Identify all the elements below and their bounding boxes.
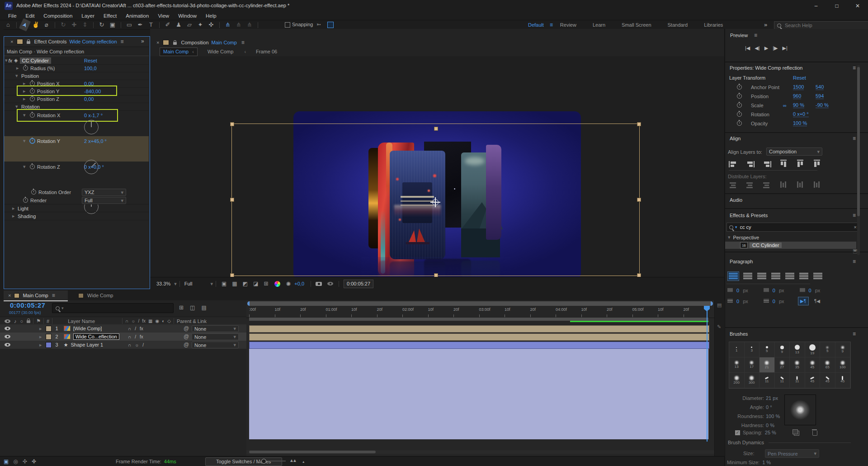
brush-swatch[interactable]: 11 [790,373,805,388]
pan-behind-tool-icon[interactable]: ▣ [107,21,118,29]
timeline-zoom-knob[interactable] [261,459,266,464]
number-column-label[interactable]: # [47,319,49,324]
rotation-x-dial[interactable] [84,120,99,134]
property-value[interactable]: 0 x+0 ° [793,111,809,117]
brush-swatch[interactable]: 21 [760,357,775,373]
space-after-value[interactable]: 0 [773,299,775,304]
clone-stamp-tool-icon[interactable]: ♟ [173,21,184,29]
resolution-value[interactable]: Full [184,281,193,286]
lock-icon[interactable] [27,41,30,44]
exposure-icon[interactable]: ✺ [286,281,291,287]
layer-name[interactable]: Wide Co...eflection [73,333,119,340]
effects-search-input[interactable] [739,224,840,230]
effect-row-rotation-z[interactable]: ▾ Rotation Z 0 x+0,0 ° [4,163,149,171]
layer-visibility-eye-icon[interactable] [5,327,10,330]
brush-tool-icon[interactable]: ✐ [162,21,173,29]
stopwatch-icon[interactable] [737,121,742,126]
align-right-text-icon[interactable] [756,272,767,281]
brush-swatch[interactable]: 100 [835,357,851,373]
preview-panel-title[interactable]: Preview [730,33,748,38]
layer-switch-icon[interactable]: / [135,326,136,331]
distribute-right-icon[interactable] [814,181,820,190]
user-icon[interactable]: ✤ [32,458,36,465]
workspace-review[interactable]: Review [560,22,576,28]
panel-menu-icon[interactable]: ≡ [853,212,856,219]
brush-swatch[interactable]: 200 [729,373,745,388]
timeline-search-input[interactable] [66,304,158,312]
pickwhip-icon[interactable]: @ [184,325,189,332]
workspace-switch-icon[interactable]: ◎ [13,458,18,465]
brush-swatch[interactable]: 9 [775,342,790,357]
layer-bar-1[interactable] [249,325,709,333]
distribute-bottom-icon[interactable] [762,182,771,188]
hand-tool-icon[interactable]: ✌ [30,21,41,29]
brush-swatch[interactable]: 45 [820,373,835,388]
breadcrumb-current[interactable]: Main Comp [163,49,189,54]
zoom-out-mountain-icon[interactable]: ▲ [302,460,305,463]
effect-item-label[interactable]: CC Cylinder [750,243,782,248]
brush-swatch[interactable]: 3 [745,342,760,357]
parent-dropdown[interactable]: None▾ [192,333,239,340]
layer-switch-icon[interactable]: / [135,334,136,339]
close-tab-icon[interactable]: × [10,39,13,44]
hardness-value[interactable]: 0 % [766,421,780,430]
brush-swatch[interactable]: 45 [835,373,851,388]
local-axis-mode-icon[interactable]: ⋔ [222,21,233,29]
navigator-start-handle[interactable] [247,301,250,306]
snapshot-stack-icon[interactable]: ▣ [4,458,9,465]
switch-column-icon[interactable]: ◐ [162,319,165,323]
layer-switch-icon[interactable]: / [142,342,144,347]
time-navigator[interactable] [247,301,713,306]
snapshot-camera-icon[interactable] [316,282,322,286]
size-dynamics-dropdown[interactable]: Pen Pressure ▾ [765,449,819,458]
spacing-checkbox[interactable]: ✓ [735,430,740,435]
guides-options-icon[interactable]: ◪ [253,281,258,287]
layer-switch-icon[interactable]: ☼ [135,342,139,347]
channel-color-icon[interactable] [274,281,280,287]
breadcrumb-current-box[interactable]: Main Comp ‹ [160,48,198,56]
stopwatch-icon[interactable] [23,198,28,203]
layer-visibility-eye-icon[interactable] [5,343,10,347]
layer-bar-2[interactable] [249,333,709,341]
play-button[interactable]: ▶ [764,45,768,51]
minimize-button[interactable]: – [806,0,826,12]
layer-switch-icon[interactable]: ∩ [128,342,131,347]
stopwatch-icon[interactable] [737,85,742,90]
effect-row-radius[interactable]: ▸ Radius (%) 100,0 [4,64,149,72]
effects-group-perspective[interactable]: ▾ Perspective [728,234,759,240]
comp-timecode[interactable]: 0:00:05:27 [344,280,373,288]
layer-color-swatch[interactable] [46,342,52,348]
fast-previews-icon[interactable]: ▣ [222,281,226,287]
help-search-input[interactable] [784,22,854,29]
justify-last-right-icon[interactable] [798,272,809,281]
brush-swatch[interactable]: 300 [745,373,760,388]
selection-handle[interactable] [434,127,438,131]
brush-swatch[interactable]: 5 [760,342,775,357]
first-frame-button[interactable]: |◀ [745,45,750,51]
selection-handle[interactable] [637,273,641,277]
text-direction-ltr-icon[interactable]: ▶¶ [798,297,809,305]
timeline-search-box[interactable]: ▾ [52,303,174,313]
panel-menu-icon[interactable]: ≡ [754,32,757,38]
panel-menu-icon[interactable]: ≡ [121,38,124,45]
brush-swatch[interactable]: 19 [805,342,821,357]
twirl-icon[interactable]: ▸ [12,205,15,211]
indent-left-value[interactable]: 0 [736,288,739,293]
pickwhip-icon[interactable]: @ [184,333,189,340]
work-area-bar[interactable] [249,318,708,321]
menu-effect[interactable]: Effect [99,13,121,19]
justify-all-icon[interactable] [812,272,823,281]
switch-column-icon[interactable]: ◇ [167,319,171,323]
chevron-down-icon[interactable]: ▾ [174,281,177,287]
audio-panel-title[interactable]: Audio [730,197,742,203]
layer-switch-icon[interactable]: ∩ [128,326,131,331]
zoom-tool-icon[interactable]: ⌀ [41,21,52,29]
close-tab-icon[interactable]: × [156,40,159,45]
spacing-value[interactable]: 25 % [765,430,776,435]
brush-swatch[interactable]: 13 [790,342,805,357]
property-value-y[interactable]: 540 [816,84,824,90]
search-options-icon[interactable]: ▾ [735,225,737,229]
snapping-checkbox[interactable] [285,22,290,28]
brush-swatch[interactable]: 11 [760,373,775,388]
draft-3d-icon[interactable]: ◫ [190,304,195,311]
